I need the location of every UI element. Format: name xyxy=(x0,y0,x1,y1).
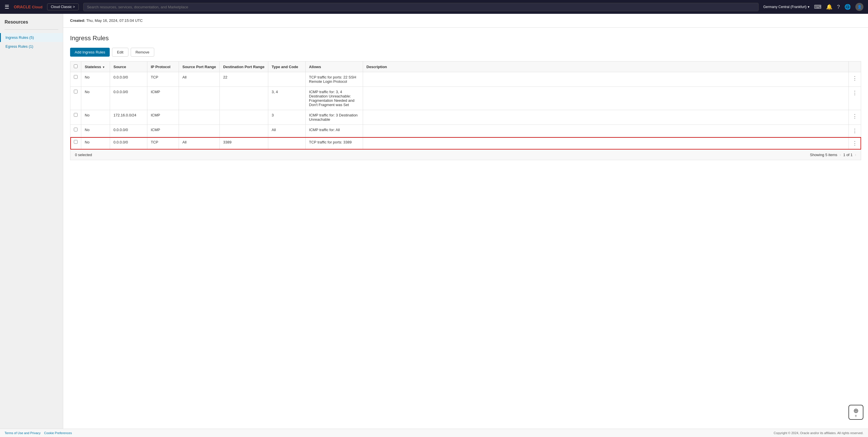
created-bar: Created: Thu, May 16, 2024, 07:15:04 UTC xyxy=(63,14,868,28)
row1-dest-port: 22 xyxy=(220,72,268,87)
row1-description xyxy=(363,72,848,87)
region-caret-icon: ▾ xyxy=(808,5,809,9)
row5-actions-menu-icon[interactable]: ⋮ xyxy=(852,140,857,146)
oracle-brand: ORACLE xyxy=(14,5,31,9)
row4-stateless: No xyxy=(81,125,110,137)
sidebar-divider xyxy=(5,29,58,30)
edit-button[interactable]: Edit xyxy=(112,48,128,57)
header-type-and-code: Type and Code xyxy=(268,61,305,72)
sidebar-title: Resources xyxy=(0,20,63,29)
header-actions xyxy=(849,61,861,72)
copyright-text: Copyright © 2024, Oracle and/or its affi… xyxy=(774,431,863,435)
row1-protocol: TCP xyxy=(147,72,179,87)
header-ip-protocol: IP Protocol xyxy=(147,61,179,72)
header-checkbox-col xyxy=(70,61,81,72)
row3-checkbox-cell xyxy=(70,110,81,125)
row2-actions-menu-icon[interactable]: ⋮ xyxy=(852,90,857,96)
nav-right: Germany Central (Frankfurt) ▾ ⌨ 🔔 ? 🌐 👤 xyxy=(763,3,863,11)
row1-checkbox[interactable] xyxy=(74,75,78,79)
header-destination-port-range: Destination Port Range xyxy=(220,61,268,72)
terminal-icon[interactable]: ⌨ xyxy=(814,4,822,10)
terms-link[interactable]: Terms of Use and Privacy xyxy=(5,431,40,435)
stateless-sort-icon[interactable]: ▾ xyxy=(103,65,104,69)
row3-source: 172.16.0.0/24 xyxy=(110,110,147,125)
oracle-logo: ORACLE Cloud xyxy=(14,5,42,9)
help-icon[interactable]: ? xyxy=(837,4,840,10)
sidebar-item-egress-rules[interactable]: Egress Rules (1) xyxy=(0,42,63,51)
pagination-next-button[interactable]: › xyxy=(855,152,856,157)
add-ingress-rules-button[interactable]: Add Ingress Rules xyxy=(70,48,110,57)
row1-actions: ⋮ xyxy=(849,72,861,87)
page-footer: Terms of Use and Privacy Cookie Preferen… xyxy=(0,429,868,437)
row4-actions-menu-icon[interactable]: ⋮ xyxy=(852,128,857,134)
table-row-highlighted: No 0.0.0.0/0 TCP All 3389 TCP traffic fo… xyxy=(70,137,861,149)
egress-rules-link[interactable]: Egress Rules (1) xyxy=(5,44,33,49)
row1-actions-menu-icon[interactable]: ⋮ xyxy=(852,75,857,81)
search-input[interactable] xyxy=(83,3,759,11)
ingress-rules-table: Stateless ▾ Source IP Protocol Source Po… xyxy=(70,61,861,149)
region-selector[interactable]: Germany Central (Frankfurt) ▾ xyxy=(763,5,809,9)
row1-source: 0.0.0.0/0 xyxy=(110,72,147,87)
globe-icon[interactable]: 🌐 xyxy=(844,4,851,10)
row5-protocol: TCP xyxy=(147,137,179,149)
cloud-classic-button[interactable]: Cloud Classic > xyxy=(47,3,79,10)
avatar[interactable]: 👤 xyxy=(855,3,863,11)
row4-checkbox-cell xyxy=(70,125,81,137)
row2-allows: ICMP traffic for: 3, 4 Destination Unrea… xyxy=(305,87,363,110)
row4-source: 0.0.0.0/0 xyxy=(110,125,147,137)
help-widget[interactable]: ⊕ ⠿ xyxy=(848,405,863,420)
table-header: Stateless ▾ Source IP Protocol Source Po… xyxy=(70,61,861,72)
row2-source: 0.0.0.0/0 xyxy=(110,87,147,110)
row3-protocol: ICMP xyxy=(147,110,179,125)
ingress-rules-section: Ingress Rules Add Ingress Rules Edit Rem… xyxy=(63,28,868,167)
row2-checkbox[interactable] xyxy=(74,90,78,93)
row1-src-port: All xyxy=(179,72,220,87)
row2-actions: ⋮ xyxy=(849,87,861,110)
row4-type-code: All xyxy=(268,125,305,137)
table-row: No 0.0.0.0/0 TCP All 22 TCP traffic for … xyxy=(70,72,861,87)
sidebar: Resources Ingress Rules (5) Egress Rules… xyxy=(0,14,63,437)
main-content: Created: Thu, May 16, 2024, 07:15:04 UTC… xyxy=(63,14,868,437)
header-source-port-range: Source Port Range xyxy=(179,61,220,72)
header-stateless[interactable]: Stateless ▾ xyxy=(81,61,110,72)
table-row: No 0.0.0.0/0 ICMP 3, 4 ICMP traffic for:… xyxy=(70,87,861,110)
header-source: Source xyxy=(110,61,147,72)
ingress-rules-link[interactable]: Ingress Rules (5) xyxy=(5,35,34,40)
showing-label: Showing 5 items xyxy=(810,153,837,157)
row5-actions: ⋮ xyxy=(849,137,861,149)
row3-actions: ⋮ xyxy=(849,110,861,125)
row5-type-code xyxy=(268,137,305,149)
header-allows: Allows xyxy=(305,61,363,72)
selected-count: 0 selected xyxy=(75,153,92,157)
row3-src-port xyxy=(179,110,220,125)
row3-actions-menu-icon[interactable]: ⋮ xyxy=(852,113,857,119)
row1-stateless: No xyxy=(81,72,110,87)
created-value: Thu, May 16, 2024, 07:15:04 UTC xyxy=(86,19,143,23)
row2-src-port xyxy=(179,87,220,110)
pagination-prev-button[interactable]: ‹ xyxy=(840,152,841,157)
table-footer: 0 selected Showing 5 items ‹ 1 of 1 › xyxy=(70,149,861,160)
row3-checkbox[interactable] xyxy=(74,113,78,117)
row3-allows: ICMP traffic for: 3 Destination Unreacha… xyxy=(305,110,363,125)
bell-icon[interactable]: 🔔 xyxy=(826,4,832,10)
cloud-text: Cloud xyxy=(32,5,42,9)
row5-dest-port: 3389 xyxy=(220,137,268,149)
row4-allows: ICMP traffic for: All xyxy=(305,125,363,137)
header-description: Description xyxy=(363,61,848,72)
row2-stateless: No xyxy=(81,87,110,110)
row2-checkbox-cell xyxy=(70,87,81,110)
table-body: No 0.0.0.0/0 TCP All 22 TCP traffic for … xyxy=(70,72,861,149)
row5-checkbox[interactable] xyxy=(74,140,78,144)
table-header-row: Stateless ▾ Source IP Protocol Source Po… xyxy=(70,61,861,72)
row5-src-port: All xyxy=(179,137,220,149)
cookie-preferences-link[interactable]: Cookie Preferences xyxy=(44,431,72,435)
row4-checkbox[interactable] xyxy=(74,128,78,132)
row1-checkbox-cell xyxy=(70,72,81,87)
menu-icon[interactable]: ☰ xyxy=(5,4,9,10)
row5-source: 0.0.0.0/0 xyxy=(110,137,147,149)
remove-button[interactable]: Remove xyxy=(131,48,154,57)
select-all-checkbox[interactable] xyxy=(74,64,78,68)
page-wrapper: Resources Ingress Rules (5) Egress Rules… xyxy=(0,14,868,437)
row2-description xyxy=(363,87,848,110)
sidebar-item-ingress-rules[interactable]: Ingress Rules (5) xyxy=(0,33,63,42)
